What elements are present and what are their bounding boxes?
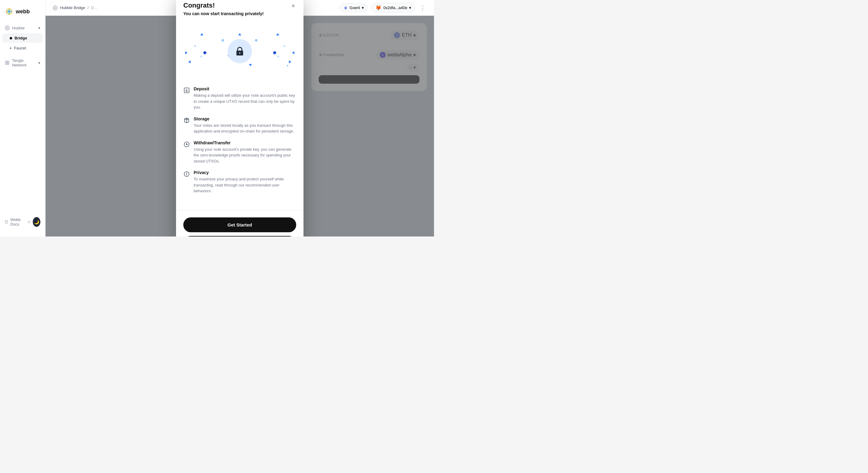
deposit-title: Deposit — [194, 87, 296, 91]
svg-rect-8 — [8, 61, 9, 63]
modal-title: Congrats! — [183, 2, 264, 9]
modal-footer-divider — [176, 210, 304, 210]
network-selector[interactable]: Goerli ▾ — [340, 3, 368, 12]
faucet-label: Faucet — [14, 46, 26, 50]
main-content: Hubble Bridge / D... Goerli ▾ 🦊 0x2dfa..… — [45, 0, 434, 236]
svg-point-27 — [186, 173, 187, 174]
deco-dot-7 — [283, 45, 285, 47]
lock-circle — [228, 39, 252, 63]
modal-overlay: Congrats! You can now start transacting … — [45, 16, 434, 236]
tangle-menu[interactable]: Tangle Network ▾ — [0, 56, 45, 70]
hubble-bridge-icon — [53, 5, 58, 10]
svg-point-19 — [239, 53, 240, 54]
withdraw-icon — [183, 141, 190, 148]
svg-point-0 — [8, 11, 10, 12]
docs-icon — [5, 219, 8, 224]
bridge-label: Bridge — [14, 36, 27, 40]
privacy-content: Privacy To maximize your privacy and pro… — [194, 170, 296, 194]
svg-point-14 — [53, 6, 57, 10]
tangle-chevron: ▾ — [38, 61, 40, 65]
modal-body: Deposit Making a deposit will utilize yo… — [176, 87, 304, 207]
deco-dot-10 — [287, 65, 288, 66]
docs-label: Webb Docs — [10, 217, 26, 227]
storage-content: Storage Your notes are stored locally as… — [194, 116, 296, 134]
metamask-icon: 🦊 — [375, 5, 381, 11]
wallet-chevron: ▾ — [409, 5, 411, 10]
docs-link[interactable]: Webb Docs — [5, 217, 30, 227]
storage-desc: Your notes are stored locally as you tra… — [194, 123, 296, 134]
deposit-content: Deposit Making a deposit will utilize yo… — [194, 87, 296, 110]
svg-point-15 — [54, 7, 56, 9]
network-label: Goerli — [350, 5, 360, 10]
deco-dot-8 — [200, 56, 202, 57]
hubble-section: Hubble ▾ Bridge Faucet — [0, 23, 45, 54]
modal-subtitle: You can now start transacting privately! — [183, 11, 264, 16]
lock-icon — [234, 46, 245, 57]
privacy-icon — [183, 171, 190, 177]
deco-dot-1 — [203, 51, 206, 54]
modal-illustration — [176, 21, 304, 81]
wallet-address: 0x2dfa...a40e — [383, 5, 407, 10]
storage-title: Storage — [194, 116, 296, 121]
sidebar-item-faucet[interactable]: Faucet — [2, 43, 43, 53]
info-item-privacy: Privacy To maximize your privacy and pro… — [183, 170, 296, 194]
tangle-label: Tangle Network — [12, 58, 38, 67]
tangle-icon — [5, 60, 9, 65]
hubble-label: Hubble — [12, 26, 25, 30]
modal-footer: Get Started Learn more — [176, 217, 304, 236]
withdraw-title: Withdraw/Transfer — [194, 140, 296, 145]
deco-tri-6 — [292, 51, 294, 54]
privacy-desc: To maximize your privacy and protect you… — [194, 176, 296, 194]
theme-toggle[interactable]: 🌙 — [33, 217, 40, 227]
deco-dot-4 — [255, 39, 257, 41]
svg-rect-10 — [8, 63, 9, 65]
deco-tri-5 — [289, 60, 291, 63]
svg-rect-9 — [5, 63, 7, 65]
get-started-button[interactable]: Get Started — [183, 217, 296, 232]
info-item-deposit: Deposit Making a deposit will utilize yo… — [183, 87, 296, 110]
deco-dot-9 — [277, 56, 279, 57]
hubble-chevron: ▾ — [38, 26, 40, 30]
svg-point-25 — [186, 144, 187, 145]
deco-tri-2 — [200, 33, 203, 35]
modal-close-button[interactable]: × — [290, 2, 296, 10]
topbar-right: Goerli ▾ 🦊 0x2dfa...a40e ▾ ⋮ — [340, 3, 427, 13]
more-options-button[interactable]: ⋮ — [419, 3, 427, 12]
deco-tri-8 — [249, 64, 252, 66]
withdraw-desc: Using your note account's private key, y… — [194, 146, 296, 164]
sidebar-item-bridge[interactable]: Bridge — [2, 33, 43, 43]
bridge-area: 🖥 0.23 ETH Ξ ETH ▾ 🖥 0 webbAlpha W webbA… — [45, 16, 434, 236]
sidebar: webb Hubble ▾ Bridge Faucet — [0, 0, 45, 236]
info-item-storage: Storage Your notes are stored locally as… — [183, 116, 296, 134]
storage-icon — [183, 117, 190, 124]
faucet-dot — [10, 47, 11, 49]
info-item-withdraw: Withdraw/Transfer Using your note accoun… — [183, 140, 296, 164]
breadcrumb-child: D... — [91, 5, 97, 10]
withdraw-content: Withdraw/Transfer Using your note accoun… — [194, 140, 296, 164]
wallet-selector[interactable]: 🦊 0x2dfa...a40e ▾ — [371, 3, 415, 13]
deco-tri-4 — [185, 51, 188, 54]
webb-logo-icon — [5, 7, 13, 16]
deposit-desc: Making a deposit will utilize your note … — [194, 93, 296, 110]
sidebar-bottom: Webb Docs 🌙 — [0, 212, 45, 232]
eth-icon — [344, 6, 348, 10]
learn-more-button[interactable]: Learn more — [183, 236, 296, 236]
active-dot — [10, 37, 12, 39]
tangle-section: Tangle Network ▾ — [0, 56, 45, 70]
network-chevron: ▾ — [362, 5, 364, 10]
svg-rect-7 — [5, 61, 7, 63]
modal-header: Congrats! You can now start transacting … — [176, 0, 304, 16]
deco-tri-7 — [188, 60, 191, 63]
deco-tri-3 — [276, 33, 279, 35]
breadcrumb: Hubble Bridge / D... — [53, 5, 97, 10]
deposit-icon — [183, 87, 190, 94]
logo: webb — [0, 5, 45, 23]
modal-title-area: Congrats! You can now start transacting … — [183, 2, 264, 16]
hubble-menu[interactable]: Hubble ▾ — [0, 23, 45, 33]
privacy-title: Privacy — [194, 170, 296, 175]
congrats-modal: Congrats! You can now start transacting … — [176, 0, 304, 236]
app-name: webb — [16, 8, 30, 15]
deco-dot-2 — [273, 51, 276, 54]
deco-dot-5 — [222, 39, 224, 41]
svg-point-6 — [6, 27, 8, 29]
